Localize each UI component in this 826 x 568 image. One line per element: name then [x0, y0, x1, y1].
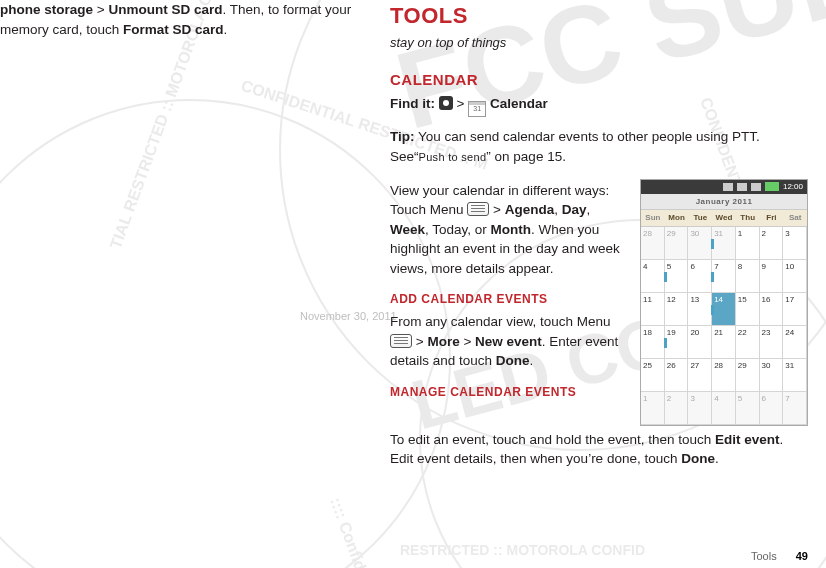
dow-cell: Tue: [688, 210, 712, 226]
calendar-cell[interactable]: 27: [688, 359, 712, 392]
event-indicator: [711, 239, 714, 249]
calendar-cell[interactable]: 26: [665, 359, 689, 392]
calendar-grid: 2829303112345678910111213141516171819202…: [641, 227, 807, 425]
unmount-sd-label: Unmount SD card: [108, 2, 222, 17]
calendar-cell[interactable]: 15: [736, 293, 760, 326]
calendar-cell[interactable]: 28: [712, 359, 736, 392]
menu-icon: [467, 202, 489, 216]
dow-cell: Thu: [736, 210, 760, 226]
status-bar: 12:00: [641, 180, 807, 194]
manage-events-heading: Manage calendar events: [390, 385, 626, 401]
tools-heading: Tools: [390, 0, 808, 32]
event-indicator: [664, 338, 667, 348]
calendar-cell[interactable]: 11: [641, 293, 665, 326]
phone-storage-label: phone storage: [0, 2, 93, 17]
calendar-cell[interactable]: 9: [760, 260, 784, 293]
calendar-cell[interactable]: 23: [760, 326, 784, 359]
calendar-icon: 31: [468, 101, 486, 117]
calendar-cell[interactable]: 17: [783, 293, 807, 326]
calendar-cell[interactable]: 8: [736, 260, 760, 293]
calendar-cell[interactable]: 7: [712, 260, 736, 293]
calendar-cell[interactable]: 16: [760, 293, 784, 326]
calendar-cell[interactable]: 13: [688, 293, 712, 326]
calendar-cell[interactable]: 4: [641, 260, 665, 293]
calendar-cell-today[interactable]: 14: [712, 293, 736, 326]
right-column: Tools stay on top of things Calendar Fin…: [390, 0, 808, 556]
calendar-cell[interactable]: 4: [712, 392, 736, 425]
view-calendar-paragraph: View your calendar in different ways: To…: [390, 181, 626, 279]
event-indicator: [711, 305, 714, 315]
calendar-cell[interactable]: 6: [688, 260, 712, 293]
signal-icon: [751, 183, 761, 191]
calendar-cell[interactable]: 3: [783, 227, 807, 260]
status-time: 12:00: [783, 181, 803, 193]
calendar-cell[interactable]: 7: [783, 392, 807, 425]
calendar-cell[interactable]: 12: [665, 293, 689, 326]
calendar-cell[interactable]: 22: [736, 326, 760, 359]
push-to-send-label: Push to send: [419, 151, 487, 163]
calendar-cell[interactable]: 24: [783, 326, 807, 359]
sd-card-paragraph: phone storage > Unmount SD card. Then, t…: [0, 0, 360, 39]
calendar-heading: Calendar: [390, 69, 808, 91]
event-indicator: [711, 272, 714, 282]
tip-paragraph: Tip: You can send calendar events to oth…: [390, 127, 808, 166]
calendar-cell[interactable]: 2: [665, 392, 689, 425]
calendar-cell[interactable]: 21: [712, 326, 736, 359]
calendar-cell[interactable]: 6: [760, 392, 784, 425]
calendar-cell[interactable]: 31: [712, 227, 736, 260]
add-events-paragraph: From any calendar view, touch Menu > Mor…: [390, 312, 626, 371]
home-icon: [439, 96, 453, 110]
menu-icon: [390, 334, 412, 348]
format-sd-label: Format SD card: [123, 22, 224, 37]
add-events-heading: Add calendar events: [390, 292, 626, 308]
dow-cell: Sun: [641, 210, 665, 226]
tools-tagline: stay on top of things: [390, 34, 808, 53]
calendar-cell[interactable]: 18: [641, 326, 665, 359]
calendar-cell[interactable]: 20: [688, 326, 712, 359]
calendar-cell[interactable]: 25: [641, 359, 665, 392]
event-indicator: [664, 272, 667, 282]
calendar-cell[interactable]: 2: [760, 227, 784, 260]
calendar-cell[interactable]: 1: [641, 392, 665, 425]
calendar-cell[interactable]: 19: [665, 326, 689, 359]
battery-icon: [765, 182, 779, 191]
dow-cell: Sat: [783, 210, 807, 226]
manage-events-paragraph: To edit an event, touch and hold the eve…: [390, 430, 808, 469]
month-title: January 2011: [641, 194, 807, 211]
network-icon: [737, 183, 747, 191]
dow-cell: Fri: [760, 210, 784, 226]
calendar-cell[interactable]: 5: [736, 392, 760, 425]
calendar-cell[interactable]: 29: [736, 359, 760, 392]
calendar-cell[interactable]: 5: [665, 260, 689, 293]
volume-icon: [723, 183, 733, 191]
calendar-cell[interactable]: 28: [641, 227, 665, 260]
calendar-cell[interactable]: 29: [665, 227, 689, 260]
calendar-cell[interactable]: 30: [760, 359, 784, 392]
day-of-week-row: SunMonTueWedThuFriSat: [641, 210, 807, 227]
dow-cell: Mon: [665, 210, 689, 226]
calendar-cell[interactable]: 31: [783, 359, 807, 392]
calendar-cell[interactable]: 1: [736, 227, 760, 260]
left-column: phone storage > Unmount SD card. Then, t…: [0, 0, 390, 556]
find-it-line: Find it: > 31 Calendar: [390, 94, 808, 117]
dow-cell: Wed: [712, 210, 736, 226]
calendar-cell[interactable]: 10: [783, 260, 807, 293]
calendar-cell[interactable]: 30: [688, 227, 712, 260]
calendar-cell[interactable]: 3: [688, 392, 712, 425]
calendar-phone-mock: 12:00 January 2011 SunMonTueWedThuFriSat…: [640, 179, 808, 426]
